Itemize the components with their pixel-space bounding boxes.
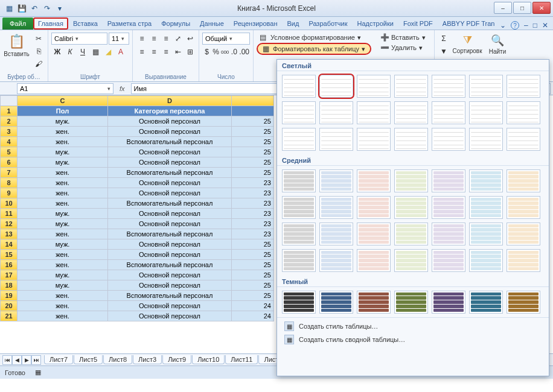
- data-cell[interactable]: жен.: [18, 137, 108, 147]
- maximize-button[interactable]: □: [513, 2, 531, 14]
- data-cell[interactable]: жен.: [18, 198, 108, 209]
- tab-pagelayout[interactable]: Разметка стра: [103, 17, 156, 30]
- row-header[interactable]: 5: [1, 147, 18, 157]
- data-cell[interactable]: 25: [232, 116, 274, 127]
- tab-insert[interactable]: Вставка: [68, 17, 103, 30]
- table-style-thumb[interactable]: [282, 196, 316, 219]
- row-header[interactable]: 3: [1, 127, 18, 137]
- data-cell[interactable]: 25: [232, 239, 274, 250]
- table-style-thumb[interactable]: [469, 75, 503, 98]
- data-cell[interactable]: Основной персонал: [108, 188, 232, 198]
- table-style-thumb[interactable]: [507, 223, 540, 245]
- data-cell[interactable]: Вспомогательный персонал: [108, 137, 232, 147]
- data-cell[interactable]: муж.: [18, 209, 108, 219]
- font-size-combo[interactable]: 11▾: [109, 33, 129, 45]
- data-cell[interactable]: Основной персонал: [108, 280, 232, 291]
- data-cell[interactable]: Основной персонал: [108, 219, 232, 229]
- data-cell[interactable]: 25: [232, 280, 274, 291]
- data-cell[interactable]: 23: [232, 209, 274, 219]
- sheet-tab[interactable]: Лист11: [225, 355, 258, 364]
- sheet-tab[interactable]: Лист9: [162, 355, 191, 364]
- sheet-nav-next-icon[interactable]: ▶: [22, 355, 31, 365]
- wrap-text-icon[interactable]: ↩: [184, 33, 196, 45]
- data-cell[interactable]: Основной персонал: [108, 127, 232, 137]
- sheet-nav-first-icon[interactable]: ⏮: [2, 355, 12, 365]
- table-style-thumb[interactable]: [432, 249, 465, 272]
- close-button[interactable]: ✕: [532, 2, 551, 14]
- mdi-minimize-icon[interactable]: –: [524, 21, 528, 30]
- tab-review[interactable]: Рецензирован: [229, 17, 283, 30]
- data-cell[interactable]: 25: [232, 270, 274, 280]
- table-style-thumb[interactable]: [507, 101, 540, 124]
- table-style-thumb[interactable]: [432, 196, 465, 219]
- table-style-thumb[interactable]: [357, 75, 391, 98]
- data-cell[interactable]: 25: [232, 137, 274, 147]
- tab-abbyy[interactable]: ABBYY PDF Tran: [438, 17, 500, 30]
- save-icon[interactable]: 💾: [16, 3, 27, 14]
- data-cell[interactable]: Вспомогательный персонал: [108, 291, 232, 301]
- data-cell[interactable]: жен.: [18, 250, 108, 260]
- row-header[interactable]: 19: [1, 291, 18, 301]
- data-cell[interactable]: Вспомогательный персонал: [108, 260, 232, 270]
- name-box-dropdown-icon[interactable]: ▾: [105, 86, 113, 92]
- delete-cells-button[interactable]: ➖Удалить▾: [377, 43, 431, 52]
- sheet-nav-prev-icon[interactable]: ◀: [12, 355, 22, 365]
- data-cell[interactable]: жен.: [18, 127, 108, 137]
- table-style-thumb[interactable]: [469, 196, 503, 219]
- table-style-thumb[interactable]: [432, 128, 465, 151]
- table-style-thumb[interactable]: [357, 249, 391, 272]
- new-table-style-button[interactable]: ▦Создать стиль таблицы…: [277, 320, 549, 333]
- data-cell[interactable]: Основной персонал: [108, 178, 232, 188]
- sheet-tab[interactable]: Лист8: [103, 355, 132, 364]
- font-color-button[interactable]: A: [115, 46, 127, 58]
- tab-data[interactable]: Данные: [195, 17, 229, 30]
- data-cell[interactable]: 25: [232, 291, 274, 301]
- currency-icon[interactable]: $: [202, 46, 211, 58]
- tab-foxit[interactable]: Foxit PDF: [398, 17, 438, 30]
- tab-home[interactable]: Главная: [33, 17, 68, 30]
- data-cell[interactable]: муж.: [18, 147, 108, 157]
- data-cell[interactable]: жен.: [18, 301, 108, 311]
- sheet-tab[interactable]: Лист7: [44, 355, 73, 364]
- data-cell[interactable]: 25: [232, 250, 274, 260]
- table-style-thumb[interactable]: [319, 196, 353, 219]
- data-cell[interactable]: Основной персонал: [108, 239, 232, 250]
- col-header-e[interactable]: [232, 96, 274, 106]
- file-tab[interactable]: Файл: [2, 17, 33, 30]
- redo-icon[interactable]: ↷: [42, 3, 53, 14]
- row-header[interactable]: 1: [1, 106, 18, 116]
- italic-button[interactable]: К: [64, 46, 76, 58]
- table-style-thumb[interactable]: [469, 249, 503, 272]
- table-style-thumb[interactable]: [357, 291, 391, 314]
- mdi-close-icon[interactable]: ✕: [542, 21, 548, 30]
- row-header[interactable]: 4: [1, 137, 18, 147]
- table-style-thumb[interactable]: [394, 169, 428, 192]
- data-cell[interactable]: Основной персонал: [108, 311, 232, 321]
- table-style-thumb[interactable]: [319, 169, 353, 192]
- table-style-thumb[interactable]: [507, 75, 540, 98]
- excel-icon[interactable]: ▦: [4, 3, 14, 14]
- row-header[interactable]: 2: [1, 116, 18, 127]
- row-header[interactable]: 18: [1, 280, 18, 291]
- table-style-thumb[interactable]: [319, 75, 353, 98]
- data-cell[interactable]: муж.: [18, 280, 108, 291]
- table-style-thumb[interactable]: [507, 291, 540, 314]
- row-header[interactable]: 21: [1, 311, 18, 321]
- data-cell[interactable]: жен.: [18, 178, 108, 188]
- help-icon[interactable]: ?: [511, 21, 519, 30]
- table-style-thumb[interactable]: [282, 75, 316, 98]
- fx-icon[interactable]: fx: [113, 85, 131, 92]
- table-style-thumb[interactable]: [282, 169, 316, 192]
- data-cell[interactable]: жен.: [18, 168, 108, 178]
- data-cell[interactable]: жен.: [18, 291, 108, 301]
- table-style-thumb[interactable]: [394, 128, 428, 151]
- row-header[interactable]: 17: [1, 270, 18, 280]
- minimize-button[interactable]: –: [494, 2, 512, 14]
- name-box-input[interactable]: [18, 85, 105, 92]
- align-center-icon[interactable]: ≡: [148, 46, 160, 58]
- sheet-nav-last-icon[interactable]: ⏭: [31, 355, 41, 365]
- insert-cells-button[interactable]: ➕Вставить▾: [377, 33, 431, 42]
- tab-developer[interactable]: Разработчик: [304, 17, 352, 30]
- data-cell[interactable]: муж.: [18, 157, 108, 168]
- merge-icon[interactable]: ⊞: [184, 46, 196, 58]
